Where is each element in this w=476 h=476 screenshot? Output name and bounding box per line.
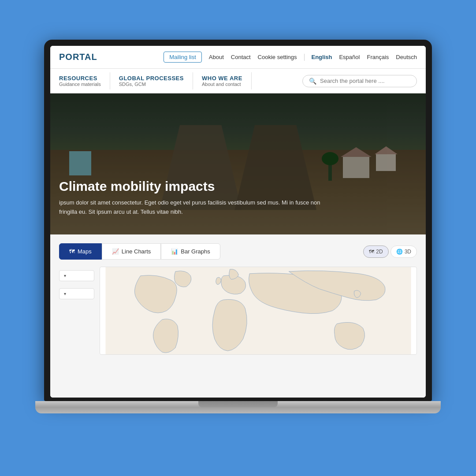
data-tabs: 🗺 Maps 📈 Line Charts 📊 Bar Graphs xyxy=(59,243,220,260)
laptop-hinge xyxy=(198,401,278,407)
top-bar: PORTAL Mailing list About Contact Cookie… xyxy=(50,46,426,69)
data-tabs-row: 🗺 Maps 📈 Line Charts 📊 Bar Graphs xyxy=(59,243,417,260)
view-3d-button[interactable]: 🌐 3D xyxy=(390,245,417,258)
second-nav-bar: RESOURCES Guidance materials GLOBAL PROC… xyxy=(50,69,426,93)
lang-deutsch[interactable]: Deutsch xyxy=(396,54,417,60)
nav-section-resources-sub: Guidance materials xyxy=(59,82,101,87)
nav-link-cookie[interactable]: Cookie settings xyxy=(258,54,297,60)
nav-section-global-title: GLOBAL PROCESSES xyxy=(119,75,184,82)
nav-section-resources[interactable]: RESOURCES Guidance materials xyxy=(59,72,110,89)
search-input[interactable] xyxy=(320,78,410,84)
laptop-screen: PORTAL Mailing list About Contact Cookie… xyxy=(44,40,432,401)
hero-body: ipsum dolor sit amet consectetur. Eget o… xyxy=(59,198,324,217)
hero-content: Climate mobility impacts ipsum dolor sit… xyxy=(59,179,417,217)
lang-francais[interactable]: Français xyxy=(367,54,389,60)
search-bar[interactable]: 🔍 xyxy=(302,75,417,87)
top-navigation: Mailing list About Contact Cookie settin… xyxy=(164,52,417,63)
linechart-icon: 📈 xyxy=(112,248,119,255)
view-toggle: 🗺 2D 🌐 3D xyxy=(363,245,417,258)
world-map-svg xyxy=(100,267,416,354)
hero-section: Climate mobility impacts ipsum dolor sit… xyxy=(50,93,426,234)
screen-content: PORTAL Mailing list About Contact Cookie… xyxy=(50,46,426,398)
search-icon: 🔍 xyxy=(309,78,316,85)
map-area-wrapper: ▾ ▾ xyxy=(59,267,417,355)
map-container xyxy=(100,267,417,355)
tab-maps[interactable]: 🗺 Maps xyxy=(59,243,102,260)
laptop-wrapper: PORTAL Mailing list About Contact Cookie… xyxy=(35,40,441,436)
view-2d-button[interactable]: 🗺 2D xyxy=(363,245,388,258)
map-2d-icon: 🗺 xyxy=(369,249,374,255)
dropdown-column: ▾ ▾ xyxy=(59,267,94,355)
laptop-base xyxy=(35,401,441,413)
view-2d-label: 2D xyxy=(376,249,383,255)
tab-maps-label: Maps xyxy=(78,248,92,255)
map-icon: 🗺 xyxy=(69,248,75,255)
data-section: 🗺 Maps 📈 Line Charts 📊 Bar Graphs xyxy=(50,234,426,398)
view-3d-label: 3D xyxy=(405,249,411,255)
globe-icon: 🌐 xyxy=(396,249,403,255)
nav-link-about[interactable]: About xyxy=(209,54,224,60)
lang-english[interactable]: English xyxy=(312,54,332,60)
tab-bar-graphs[interactable]: 📊 Bar Graphs xyxy=(161,243,220,260)
hero-title: Climate mobility impacts xyxy=(59,179,417,194)
nav-section-who-title: WHO WE ARE xyxy=(202,75,242,82)
nav-section-who[interactable]: WHO WE ARE About and contact xyxy=(202,72,252,89)
tab-bar-graphs-label: Bar Graphs xyxy=(181,248,210,255)
dropdown-1[interactable]: ▾ xyxy=(59,270,94,281)
nav-section-global-sub: SDGs, GCM xyxy=(119,82,184,87)
nav-section-who-sub: About and contact xyxy=(202,82,242,87)
site-logo: PORTAL xyxy=(59,52,97,62)
dropdown-arrow-1: ▾ xyxy=(64,273,66,278)
lang-espanol[interactable]: Español xyxy=(339,54,360,60)
nav-divider xyxy=(304,54,305,61)
nav-link-contact[interactable]: Contact xyxy=(231,54,251,60)
tab-line-charts[interactable]: 📈 Line Charts xyxy=(102,243,161,260)
tab-line-charts-label: Line Charts xyxy=(122,248,151,255)
dropdown-arrow-2: ▾ xyxy=(64,291,66,296)
nav-section-global[interactable]: GLOBAL PROCESSES SDGs, GCM xyxy=(119,72,193,89)
nav-section-resources-title: RESOURCES xyxy=(59,75,101,82)
bargraph-icon: 📊 xyxy=(171,248,178,255)
mailing-list-button[interactable]: Mailing list xyxy=(164,52,202,63)
dropdown-2[interactable]: ▾ xyxy=(59,288,94,299)
hero-background: Climate mobility impacts ipsum dolor sit… xyxy=(50,93,426,234)
